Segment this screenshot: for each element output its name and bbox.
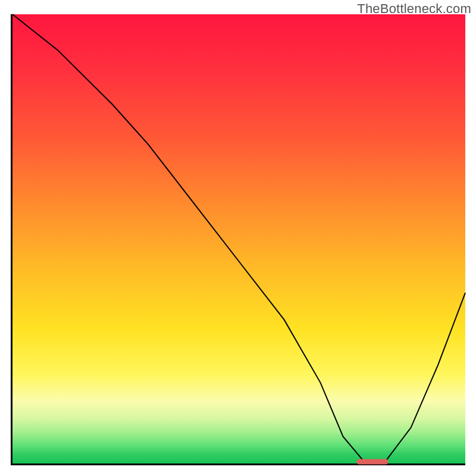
optimal-range-marker [12,14,465,464]
plot-area [11,14,465,465]
marker-rect [356,459,388,464]
chart-frame: TheBottleneck.com [0,0,476,476]
